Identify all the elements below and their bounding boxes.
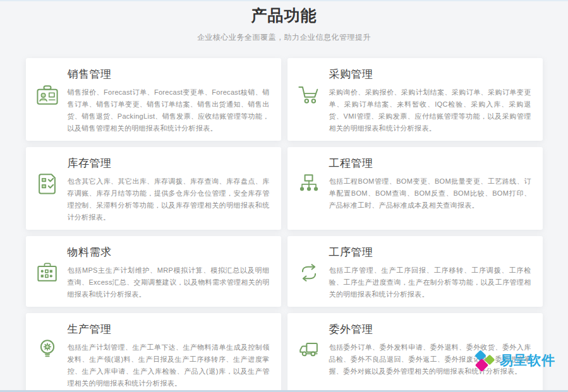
feature-cards-grid: 销售管理 销售报价、Forecast订单、Forecast变更单、Forecas… xyxy=(26,58,543,392)
card-title: 工程管理 xyxy=(329,156,531,170)
card-title: 工序管理 xyxy=(329,245,531,259)
id-badge-icon xyxy=(33,81,61,109)
shopping-cart-icon xyxy=(295,81,323,109)
feature-card-inventory: 库存管理 包含其它入库、其它出库、库存调拨、库存查询、库存盘点、库存调账、库存月… xyxy=(26,147,281,230)
card-title: 销售管理 xyxy=(68,67,270,81)
mrp-calendar-icon xyxy=(33,259,61,287)
card-description: 包括生产计划管理、生产工单下达、生产物料清单生成及控制领发料、生产领(退)料、生… xyxy=(68,342,270,389)
feature-card-mrp: 物料需求 包括MPS主生产计划维护、MRP模拟计算、模拟汇总以及明细查询、Exc… xyxy=(26,236,281,307)
process-flow-icon xyxy=(295,259,323,287)
card-description: 包含其它入库、其它出库、库存调拨、库存查询、库存盘点、库存调账、库存月结等功能，… xyxy=(68,175,270,223)
card-title: 物料需求 xyxy=(68,245,270,259)
card-title: 生产管理 xyxy=(68,322,270,336)
feature-card-outsourcing: 委外管理 包括委外订单、委外发料申请、委外退料、委外收货、委外入库品检、委外不良… xyxy=(287,313,543,392)
card-description: 包括工程BOM管理、BOM变更、BOM批量变更、工艺路线、订单配置BOM、BOM… xyxy=(329,175,531,211)
page-title: 产品功能 xyxy=(0,5,568,26)
feature-card-engineering: 工程管理 包括工程BOM管理、BOM变更、BOM批量变更、工艺路线、订单配置BO… xyxy=(287,147,543,230)
card-title: 委外管理 xyxy=(329,322,531,336)
feature-card-sales: 销售管理 销售报价、Forecast订单、Forecast变更单、Forecas… xyxy=(26,58,281,141)
card-title: 采购管理 xyxy=(329,67,531,81)
card-title: 库存管理 xyxy=(68,156,270,170)
page-subtitle: 企业核心业务全面覆盖，助力企业信息化管理提升 xyxy=(0,32,568,43)
card-description: 包括MPS主生产计划维护、MRP模拟计算、模拟汇总以及明细查询、Excess汇总… xyxy=(68,264,270,300)
feature-card-process: 工序管理 包括工序管理、生产工序回报、工序移转、工序调拨、工序检验、工序生产进度… xyxy=(287,236,543,307)
page-header: 产品功能 企业核心业务全面覆盖，助力企业信息化管理提升 xyxy=(0,0,568,43)
top-divider xyxy=(0,0,568,1)
card-description: 采购询价、采购报价、采购计划结案、采购订单、采购订单变更单、采购订单结案、来料暂… xyxy=(329,86,531,134)
card-description: 销售报价、Forecast订单、Forecast变更单、Forecast核销、销… xyxy=(68,86,270,134)
card-description: 包括工序管理、生产工序回报、工序移转、工序调拨、工序检验、工序生产进度查询，生产… xyxy=(329,264,531,300)
feature-card-purchase: 采购管理 采购询价、采购报价、采购计划结案、采购订单、采购订单变更单、采购订单结… xyxy=(287,58,543,141)
delivery-truck-icon xyxy=(295,336,323,364)
card-description: 包括委外订单、委外发料申请、委外退料、委外收货、委外入库品检、委外不良品退回、委… xyxy=(329,342,531,377)
feature-card-production: 生产管理 包括生产计划管理、生产工单下达、生产物料清单生成及控制领发料、生产领(… xyxy=(26,313,281,392)
bom-tree-icon xyxy=(295,170,323,198)
inventory-checklist-icon xyxy=(33,170,61,198)
bulb-gear-icon xyxy=(33,336,61,364)
